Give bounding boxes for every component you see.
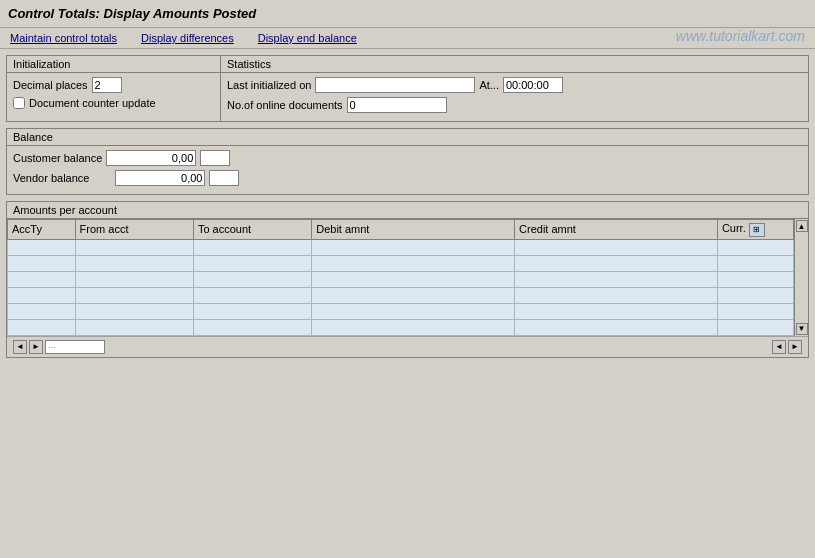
menu-item-end-balance[interactable]: Display end balance	[256, 31, 359, 45]
nav-left-arrow[interactable]: ◄	[13, 340, 27, 354]
amounts-per-account-section: Amounts per account AccTy From acct To a…	[6, 201, 809, 358]
customer-balance-row: Customer balance	[13, 150, 802, 166]
nav-scroll-left-arrow[interactable]: ◄	[772, 340, 786, 354]
no-online-docs-row: No.of online documents	[227, 97, 802, 113]
customer-balance-input[interactable]	[106, 150, 196, 166]
at-label: At...	[479, 79, 499, 91]
menu-item-differences[interactable]: Display differences	[139, 31, 236, 45]
time-input[interactable]	[503, 77, 563, 93]
no-online-docs-input[interactable]	[347, 97, 447, 113]
nav-scroll-area: ···	[45, 340, 105, 354]
last-initialized-row: Last initialized on At...	[227, 77, 802, 93]
col-header-credit-amnt: Credit amnt	[515, 220, 718, 240]
init-stats-container: Initialization Decimal places Document c…	[6, 55, 809, 122]
column-settings-icon[interactable]: ⊞	[749, 223, 765, 237]
menu-item-maintain[interactable]: Maintain control totals	[8, 31, 119, 45]
vertical-scrollbar[interactable]: ▲ ▼	[794, 219, 808, 336]
col-header-acct-type: AccTy	[8, 220, 76, 240]
col-header-curr: Curr. ⊞	[717, 220, 793, 240]
table-row	[8, 239, 794, 255]
col-header-to-account: To account	[193, 220, 311, 240]
statistics-header: Statistics	[221, 56, 808, 73]
table-row	[8, 303, 794, 319]
vendor-balance-extra[interactable]	[209, 170, 239, 186]
decimal-places-label: Decimal places	[13, 79, 88, 91]
initialization-content: Decimal places Document counter update	[7, 73, 220, 117]
page-title: Control Totals: Display Amounts Posted	[0, 0, 815, 28]
customer-balance-extra[interactable]	[200, 150, 230, 166]
statistics-section: Statistics Last initialized on At... No.…	[221, 55, 809, 122]
menu-bar: Maintain control totals Display differen…	[0, 28, 815, 49]
initialization-section: Initialization Decimal places Document c…	[6, 55, 221, 122]
table-row	[8, 319, 794, 335]
last-initialized-input[interactable]	[315, 77, 475, 93]
vendor-balance-input[interactable]	[115, 170, 205, 186]
last-initialized-label: Last initialized on	[227, 79, 311, 91]
nav-dots: ···	[48, 342, 56, 352]
main-content: Initialization Decimal places Document c…	[0, 49, 815, 364]
decimal-places-row: Decimal places	[13, 77, 214, 93]
vendor-balance-row: Vendor balance	[13, 170, 802, 186]
col-header-from-acct: From acct	[75, 220, 193, 240]
balance-header: Balance	[7, 129, 808, 146]
nav-scroll-right-arrow[interactable]: ►	[788, 340, 802, 354]
scroll-down-arrow[interactable]: ▼	[796, 323, 808, 335]
nav-right-arrow-left[interactable]: ►	[29, 340, 43, 354]
amounts-table: AccTy From acct To account Debit amnt Cr…	[7, 219, 794, 336]
document-counter-label: Document counter update	[29, 97, 156, 109]
statistics-content: Last initialized on At... No.of online d…	[221, 73, 808, 121]
table-row	[8, 255, 794, 271]
no-online-docs-label: No.of online documents	[227, 99, 343, 111]
col-header-debit-amnt: Debit amnt	[312, 220, 515, 240]
vendor-balance-label: Vendor balance	[13, 172, 89, 184]
scroll-up-arrow[interactable]: ▲	[796, 220, 808, 232]
balance-content: Customer balance Vendor balance	[7, 146, 808, 194]
amounts-per-account-header: Amounts per account	[7, 202, 808, 219]
title-text: Control Totals: Display Amounts Posted	[8, 6, 256, 21]
document-counter-checkbox[interactable]	[13, 97, 25, 109]
balance-section: Balance Customer balance Vendor balance	[6, 128, 809, 195]
table-wrapper: AccTy From acct To account Debit amnt Cr…	[7, 219, 808, 336]
table-row	[8, 271, 794, 287]
table-row	[8, 287, 794, 303]
customer-balance-label: Customer balance	[13, 152, 102, 164]
decimal-places-input[interactable]	[92, 77, 122, 93]
bottom-nav: ◄ ► ··· ◄ ►	[7, 336, 808, 357]
document-counter-row: Document counter update	[13, 97, 214, 109]
initialization-header: Initialization	[7, 56, 220, 73]
